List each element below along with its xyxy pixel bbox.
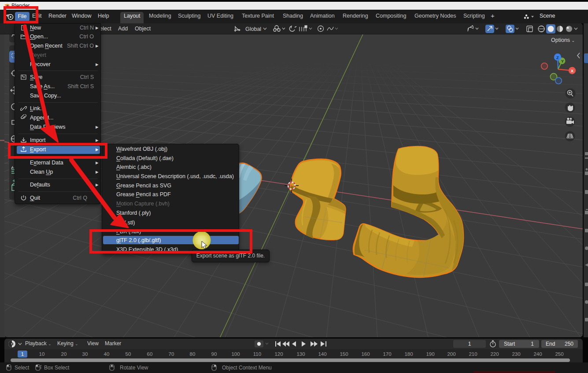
svg-text:X: X <box>571 68 574 73</box>
svg-text:Z: Z <box>556 55 559 60</box>
svg-text:Global: Global <box>245 26 261 32</box>
svg-text:Y: Y <box>561 59 564 63</box>
